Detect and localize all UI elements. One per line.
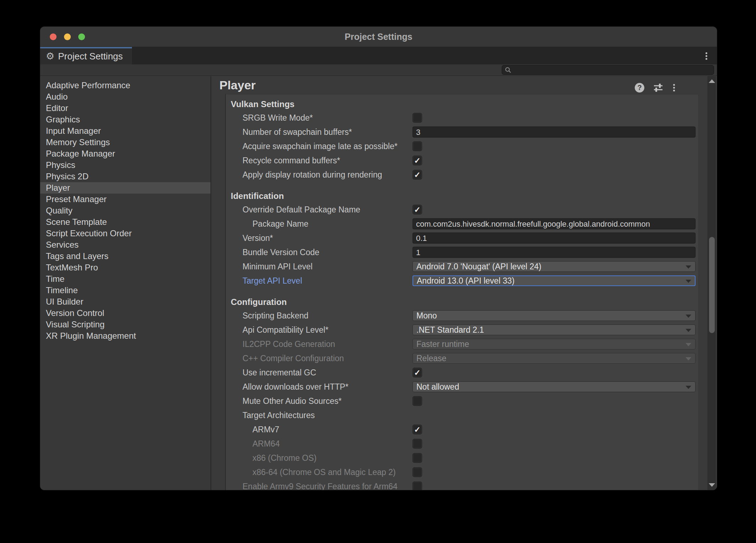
panels: Adaptive PerformanceAudioEditorGraphicsI… — [40, 76, 717, 490]
settings-row-recycle-command-buffers-: Recycle command buffers*✓ — [226, 153, 698, 168]
sidebar-item-services[interactable]: Services — [40, 239, 211, 251]
row-control: ✓ — [412, 156, 696, 165]
recycle-command-buffers--checkbox[interactable]: ✓ — [412, 156, 422, 165]
bundle-version-code-field[interactable] — [412, 247, 696, 258]
sidebar-item-tags-and-layers[interactable]: Tags and Layers — [40, 251, 211, 262]
sidebar-item-ui-builder[interactable]: UI Builder — [40, 296, 211, 307]
number-of-swapchain-buffers--field[interactable] — [412, 127, 696, 138]
settings-row-target-api-level: Target API LevelAndroid 13.0 (API level … — [226, 274, 698, 288]
chevron-down-icon — [686, 265, 691, 269]
dropdown-value: Android 13.0 (API level 33) — [417, 276, 515, 285]
settings-row-version-: Version* — [226, 231, 698, 245]
scrollbar-thumb[interactable] — [709, 237, 715, 333]
row-control — [412, 439, 696, 449]
row-label: Target API Level — [226, 274, 302, 288]
scroll-up-icon[interactable] — [709, 79, 715, 83]
row-control: ✓ — [412, 170, 696, 180]
settings-row-bundle-version-code: Bundle Version Code — [226, 245, 698, 259]
row-label: Override Default Package Name — [226, 202, 360, 217]
override-default-package-name-checkbox[interactable]: ✓ — [412, 205, 422, 215]
dropdown-value: Mono — [416, 311, 437, 320]
settings-row-override-default-package-name: Override Default Package Name✓ — [226, 202, 698, 217]
row-label: Apply display rotation during rendering — [226, 168, 382, 182]
sidebar-item-script-execution-order[interactable]: Script Execution Order — [40, 228, 211, 239]
section-header-vulkan-settings: Vulkan Settings — [226, 99, 698, 110]
settings-panel: Vulkan SettingsSRGB Write Mode*Number of… — [225, 94, 698, 490]
row-label: x86 (Chrome OS) — [226, 451, 316, 465]
sidebar-item-textmesh-pro[interactable]: TextMesh Pro — [40, 262, 211, 273]
sidebar-item-version-control[interactable]: Version Control — [40, 307, 211, 319]
row-control: Mono — [412, 310, 696, 321]
tab-project-settings[interactable]: ⚙ Project Settings — [40, 47, 132, 64]
sidebar-item-scene-template[interactable]: Scene Template — [40, 216, 211, 228]
sidebar-item-time[interactable]: Time — [40, 273, 211, 285]
sidebar-item-preset-manager[interactable]: Preset Manager — [40, 194, 211, 205]
armv7-checkbox[interactable]: ✓ — [412, 425, 422, 434]
scroll-down-icon[interactable] — [709, 483, 715, 487]
dropdown-value: Not allowed — [416, 382, 459, 391]
sidebar-item-visual-scripting[interactable]: Visual Scripting — [40, 319, 211, 330]
help-icon[interactable]: ? — [635, 83, 644, 93]
mute-other-audio-sources--checkbox[interactable] — [412, 396, 422, 406]
search-input[interactable] — [512, 66, 714, 74]
sidebar-item-physics-2d[interactable]: Physics 2D — [40, 171, 211, 182]
window-menu-kebab-icon[interactable] — [705, 51, 707, 61]
sidebar-item-xr-plugin-management[interactable]: XR Plugin Management — [40, 330, 211, 342]
row-control — [412, 453, 696, 463]
package-name-field[interactable] — [412, 218, 696, 230]
minimum-api-level-dropdown[interactable]: Android 7.0 'Nougat' (API level 24) — [412, 261, 696, 272]
srgb-write-mode--checkbox[interactable] — [412, 113, 422, 123]
row-control — [412, 218, 696, 230]
row-label: Version* — [226, 231, 273, 245]
acquire-swapchain-image-late-as-possible--checkbox[interactable] — [412, 142, 422, 151]
row-label: SRGB Write Mode* — [226, 111, 313, 125]
chevron-down-icon — [686, 315, 691, 318]
c-compiler-configuration-dropdown: Release — [412, 353, 696, 364]
sidebar-item-adaptive-performance[interactable]: Adaptive Performance — [40, 80, 211, 91]
row-label: Bundle Version Code — [226, 245, 319, 259]
search-box[interactable] — [502, 65, 714, 75]
sidebar-item-graphics[interactable]: Graphics — [40, 114, 211, 125]
search-row — [40, 64, 717, 76]
row-label: Api Compatibility Level* — [226, 323, 329, 337]
presets-icon[interactable] — [653, 83, 664, 93]
row-control — [412, 113, 696, 123]
row-label: Recycle command buffers* — [226, 153, 340, 168]
row-control: Android 7.0 'Nougat' (API level 24) — [412, 261, 696, 272]
settings-row-mute-other-audio-sources-: Mute Other Audio Sources* — [226, 394, 698, 408]
sidebar-item-package-manager[interactable]: Package Manager — [40, 148, 211, 159]
allow-downloads-over-http--dropdown[interactable]: Not allowed — [412, 381, 696, 392]
dropdown-value: .NET Standard 2.1 — [416, 325, 484, 334]
target-api-level-dropdown[interactable]: Android 13.0 (API level 33) — [412, 275, 696, 286]
x86-chrome-os--checkbox[interactable] — [412, 453, 422, 463]
row-label: Mute Other Audio Sources* — [226, 394, 342, 408]
sidebar-item-editor[interactable]: Editor — [40, 102, 211, 114]
settings-row-use-incremental-gc: Use incremental GC✓ — [226, 365, 698, 380]
scripting-backend-dropdown[interactable]: Mono — [412, 310, 696, 321]
version--field[interactable] — [412, 233, 696, 244]
sidebar-item-physics[interactable]: Physics — [40, 159, 211, 171]
enable-armv9-security-features-for-arm64-checkbox[interactable] — [412, 482, 422, 490]
sidebar-item-player[interactable]: Player — [40, 182, 211, 194]
x86-64-chrome-os-and-magic-leap-2--checkbox[interactable] — [412, 468, 422, 477]
row-label: Package Name — [226, 217, 308, 231]
sidebar-item-memory-settings[interactable]: Memory Settings — [40, 137, 211, 148]
row-control — [412, 127, 696, 138]
scrollbar[interactable] — [708, 76, 716, 490]
sidebar-item-timeline[interactable]: Timeline — [40, 285, 211, 296]
sidebar-item-input-manager[interactable]: Input Manager — [40, 125, 211, 137]
arm64-checkbox[interactable] — [412, 439, 422, 449]
pane-menu-kebab-icon[interactable] — [673, 83, 675, 93]
api-compatibility-level--dropdown[interactable]: .NET Standard 2.1 — [412, 325, 696, 335]
row-label: ARM64 — [226, 437, 280, 451]
settings-row-allow-downloads-over-http-: Allow downloads over HTTP*Not allowed — [226, 380, 698, 394]
sidebar-item-audio[interactable]: Audio — [40, 91, 211, 102]
use-incremental-gc-checkbox[interactable]: ✓ — [412, 368, 422, 378]
apply-display-rotation-during-rendering-checkbox[interactable]: ✓ — [412, 170, 422, 180]
row-control: ✓ — [412, 425, 696, 434]
row-control: Release — [412, 353, 696, 364]
sidebar-item-quality[interactable]: Quality — [40, 205, 211, 216]
chevron-down-icon — [686, 280, 691, 283]
row-label: Use incremental GC — [226, 365, 316, 380]
settings-row-c-compiler-configuration: C++ Compiler ConfigurationRelease — [226, 351, 698, 365]
